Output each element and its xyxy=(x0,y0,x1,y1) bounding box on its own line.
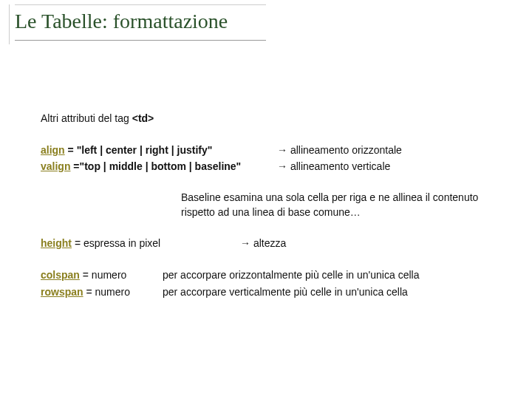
title-border-top xyxy=(15,4,266,5)
attr-height-rest: = espressa in pixel xyxy=(72,237,160,249)
slide-title: Le Tabelle: formattazione xyxy=(15,9,266,38)
slide-title-block: Le Tabelle: formattazione xyxy=(15,9,266,41)
attr-rowspan-left: rowspan = numero xyxy=(41,284,163,300)
arrow-icon: → xyxy=(277,160,287,172)
attr-rowspan-name: rowspan xyxy=(41,286,83,298)
title-underline xyxy=(15,40,266,41)
attr-align-left: align = "left | center | right | justify… xyxy=(41,143,277,158)
attr-valign-values: "top | middle | bottom | baseline" xyxy=(80,160,242,172)
attr-valign-name: valign xyxy=(41,160,70,172)
attr-valign-left: valign ="top | middle | bottom | baselin… xyxy=(41,159,277,174)
title-border-left xyxy=(9,4,10,44)
attr-colspan-row: colspan = numero per accorpare orizzonta… xyxy=(41,267,499,283)
attr-colspan-desc: per accorpare orizzontalmente più celle … xyxy=(163,267,499,283)
attr-align-name: align xyxy=(41,144,65,156)
attr-rowspan-desc: per accorpare verticalmente più celle in… xyxy=(163,284,499,300)
attr-align-desc: → allineamento orizzontale xyxy=(277,143,499,158)
slide-content: Altri attributi del tag <td> align = "le… xyxy=(41,111,499,301)
attr-height-desc-text: altezza xyxy=(250,237,286,249)
attr-align-values: "left | center | right | justify" xyxy=(77,144,213,156)
arrow-icon: → xyxy=(240,237,250,249)
attr-align-desc-text: allineamento orizzontale xyxy=(287,144,402,156)
attr-colspan-rest: = numero xyxy=(80,269,126,281)
attr-height-name: height xyxy=(41,237,72,249)
attr-height-desc: → altezza xyxy=(240,236,499,251)
intro-line: Altri attributi del tag <td> xyxy=(41,111,499,126)
intro-tag: <td> xyxy=(132,112,154,124)
attr-rowspan-row: rowspan = numero per accorpare verticalm… xyxy=(41,284,499,300)
attr-align-row: align = "left | center | right | justify… xyxy=(41,143,499,158)
attr-valign-desc-text: allineamento verticale xyxy=(287,160,390,172)
attr-height-left: height = espressa in pixel xyxy=(41,236,240,251)
attr-rowspan-rest: = numero xyxy=(83,286,130,298)
attr-valign-eq: = xyxy=(70,160,79,172)
attr-align-eq: = xyxy=(65,144,77,156)
attr-valign-desc: → allineamento verticale xyxy=(277,159,499,174)
baseline-note: Baseline esamina una sola cella per riga… xyxy=(181,191,491,219)
attr-colspan-left: colspan = numero xyxy=(41,267,163,283)
attr-height-row: height = espressa in pixel → altezza xyxy=(41,236,499,251)
attr-colspan-name: colspan xyxy=(41,269,80,281)
intro-prefix: Altri attributi del tag xyxy=(41,112,132,124)
arrow-icon: → xyxy=(277,144,287,156)
attr-valign-row: valign ="top | middle | bottom | baselin… xyxy=(41,159,499,174)
